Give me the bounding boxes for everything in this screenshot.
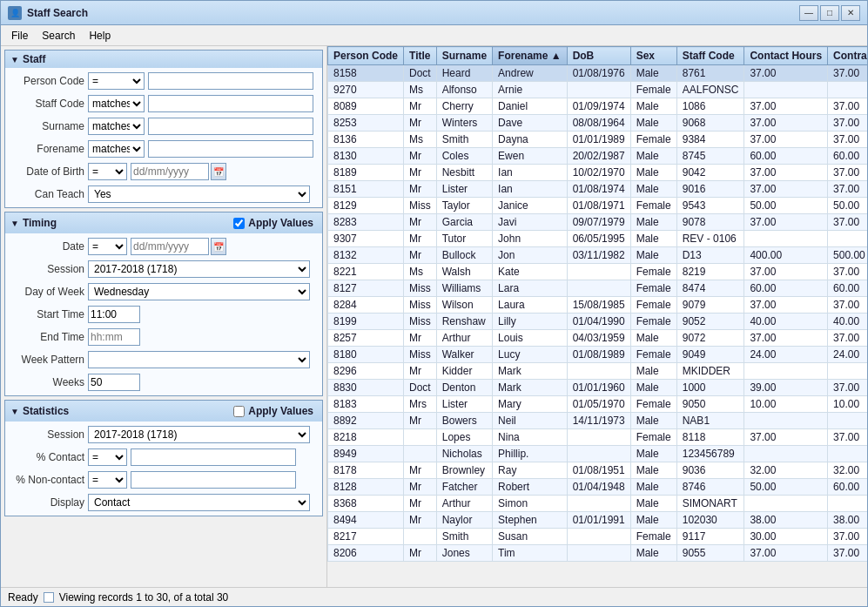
timing-date-op[interactable]: =!= <box>88 238 127 255</box>
cell-contact_hours: 37.00 <box>744 297 828 314</box>
cell-title: Ms <box>404 264 437 280</box>
table-row[interactable]: 8206MrJonesTimMale905537.0037.00 <box>328 545 868 562</box>
table-row[interactable]: 8368MrArthurSimonMaleSIMONART <box>328 496 868 512</box>
timing-section-header[interactable]: ▼ Timing Apply Values <box>5 212 322 233</box>
table-row[interactable]: 8253MrWintersDave08/08/1964Male906837.00… <box>328 115 868 132</box>
table-row[interactable]: 8089MrCherryDaniel01/09/1974Male108637.0… <box>328 98 868 115</box>
table-row[interactable]: 8151MrListerIan01/08/1974Male901637.0037… <box>328 181 868 198</box>
cell-surname: Nesbitt <box>436 165 492 181</box>
display-select[interactable]: ContactNon-contact <box>88 494 310 511</box>
timing-session-select[interactable]: 2017-2018 (1718) <box>88 260 310 278</box>
dob-op[interactable]: =!=<> <box>88 163 127 180</box>
cell-forename: Mary <box>493 396 568 413</box>
start-time-input[interactable] <box>88 306 140 323</box>
can-teach-select[interactable]: YesNo <box>88 185 310 203</box>
table-row[interactable]: 8132MrBullockJon03/11/1982MaleD13400.005… <box>328 247 868 264</box>
close-button[interactable]: ✕ <box>841 5 860 21</box>
staff-section-header[interactable]: ▼ Staff <box>5 51 322 68</box>
timing-date-input[interactable] <box>131 238 209 255</box>
table-row[interactable]: 8128MrFatcherRobert01/04/1948Male874650.… <box>328 479 868 496</box>
col-forename[interactable]: Forename ▲ <box>493 47 568 65</box>
display-row: Display ContactNon-contact <box>10 493 317 512</box>
table-row[interactable]: 8218LopesNinaFemale811837.0037.00 <box>328 429 868 446</box>
table-row[interactable]: 8949NicholasPhillip.Male123456789 <box>328 446 868 462</box>
status-checkbox <box>44 592 54 603</box>
timing-apply-checkbox[interactable] <box>233 218 245 229</box>
weeks-input[interactable] <box>88 374 140 391</box>
day-of-week-row: Day of Week WednesdayMondayTuesdayThursd… <box>10 282 317 301</box>
table-row[interactable]: 8221MsWalshKateFemale821937.0037.00 <box>328 264 868 280</box>
table-row[interactable]: 8130MrColesEwen20/02/1987Male874560.0060… <box>328 148 868 165</box>
cell-title: Mr <box>404 512 437 529</box>
forename-op[interactable]: matches=contains <box>88 140 145 158</box>
table-row[interactable]: 8199MissRenshawLilly01/04/1990Female9052… <box>328 314 868 330</box>
col-sex[interactable]: Sex <box>630 47 676 65</box>
minimize-button[interactable]: — <box>799 5 818 21</box>
cell-contact_hours: 40.00 <box>744 314 828 330</box>
cell-contact_hours: 50.00 <box>744 479 828 496</box>
table-row[interactable]: 8494MrNaylorStephen01/01/1991Male1020303… <box>328 512 868 529</box>
surname-op[interactable]: matches=contains <box>88 118 145 135</box>
table-row[interactable]: 8257MrArthurLouis04/03/1959Male907237.00… <box>328 330 868 347</box>
cell-sex: Male <box>630 380 676 396</box>
table-row[interactable]: 8136MsSmithDayna01/01/1989Female938437.0… <box>328 132 868 148</box>
col-contact-hours[interactable]: Contact Hours <box>744 47 828 65</box>
stats-session-select[interactable]: 2017-2018 (1718) <box>88 426 310 443</box>
dob-calendar-button[interactable]: 📅 <box>211 163 226 180</box>
cell-person_code: 8892 <box>328 413 404 429</box>
table-row[interactable]: 8127MissWilliamsLaraFemale847460.0060.00 <box>328 280 868 297</box>
forename-input[interactable] <box>148 140 313 158</box>
weeks-row: Weeks <box>10 373 317 392</box>
table-row[interactable]: 8183MrsListerMary01/05/1970Female905010.… <box>328 396 868 413</box>
table-row[interactable]: 9270MsAlfonsoArnieFemaleAALFONSC <box>328 82 868 98</box>
col-title[interactable]: Title <box>404 47 437 65</box>
table-row[interactable]: 8217SmithSusanFemale911730.0037.00 <box>328 529 868 545</box>
col-person-code[interactable]: Person Code <box>328 47 404 65</box>
cell-surname: Brownley <box>436 462 492 479</box>
person-code-input[interactable] <box>148 72 313 90</box>
menu-search[interactable]: Search <box>35 28 82 44</box>
cell-contact_hours: 37.00 <box>744 65 828 82</box>
person-code-op[interactable]: =!=<> <box>88 72 145 90</box>
end-time-input[interactable] <box>88 328 140 346</box>
menu-help[interactable]: Help <box>82 28 118 44</box>
table-row[interactable]: 8180MissWalkerLucy01/08/1989Female904924… <box>328 347 868 363</box>
table-row[interactable]: 8129MissTaylorJanice01/08/1971Female9543… <box>328 198 868 214</box>
pct-contact-op[interactable]: =!=<> <box>88 449 127 466</box>
staff-code-op[interactable]: matches=contains <box>88 95 145 112</box>
pct-noncontact-input[interactable] <box>131 471 296 489</box>
statistics-section-header[interactable]: ▼ Statistics Apply Values <box>5 401 322 422</box>
table-row[interactable]: 8296MrKidderMarkMaleMKIDDER <box>328 363 868 380</box>
table-row[interactable]: 8830DoctDentonMark01/01/1960Male100039.0… <box>328 380 868 396</box>
table-row[interactable]: 8283MrGarciaJavi09/07/1979Male907837.003… <box>328 214 868 231</box>
col-dob[interactable]: DoB <box>567 47 630 65</box>
table-row[interactable]: 8158DoctHeardAndrew01/08/1976Male876137.… <box>328 65 868 82</box>
pct-contact-input[interactable] <box>131 449 296 466</box>
menu-file[interactable]: File <box>4 28 35 44</box>
day-of-week-select[interactable]: WednesdayMondayTuesdayThursdayFriday <box>88 283 310 300</box>
surname-input[interactable] <box>148 118 313 135</box>
table-row[interactable]: 9307MrTutorJohn06/05/1995MaleREV - 0106 <box>328 231 868 247</box>
cell-staff_code: MKIDDER <box>676 363 744 380</box>
col-staff-code[interactable]: Staff Code <box>676 47 744 65</box>
pct-noncontact-op[interactable]: =!=<> <box>88 471 127 489</box>
staff-code-input[interactable] <box>148 95 313 112</box>
table-row[interactable]: 8178MrBrownleyRay01/08/1951Male903632.00… <box>328 462 868 479</box>
table-row[interactable]: 8189MrNesbittIan10/02/1970Male904237.003… <box>328 165 868 181</box>
cell-staff_code: 9055 <box>676 545 744 562</box>
grid-container[interactable]: Person Code Title Surname Forename ▲ DoB… <box>327 46 867 587</box>
cell-person_code: 8128 <box>328 479 404 496</box>
cell-contract_hours: 37.00 <box>828 132 867 148</box>
col-contract-hours[interactable]: Contract Hours <box>828 47 867 65</box>
week-pattern-select[interactable] <box>88 351 310 368</box>
timing-calendar-button[interactable]: 📅 <box>211 238 226 255</box>
table-row[interactable]: 8892MrBowersNeil14/11/1973MaleNAB1 <box>328 413 868 429</box>
dob-input[interactable] <box>131 163 209 180</box>
cell-surname: Lister <box>436 396 492 413</box>
statistics-apply-checkbox[interactable] <box>233 406 245 417</box>
table-row[interactable]: 8284MissWilsonLaura15/08/1985Female90793… <box>328 297 868 314</box>
maximize-button[interactable]: □ <box>820 5 839 21</box>
cell-sex: Male <box>630 512 676 529</box>
col-surname[interactable]: Surname <box>436 47 492 65</box>
cell-contact_hours: 37.00 <box>744 545 828 562</box>
